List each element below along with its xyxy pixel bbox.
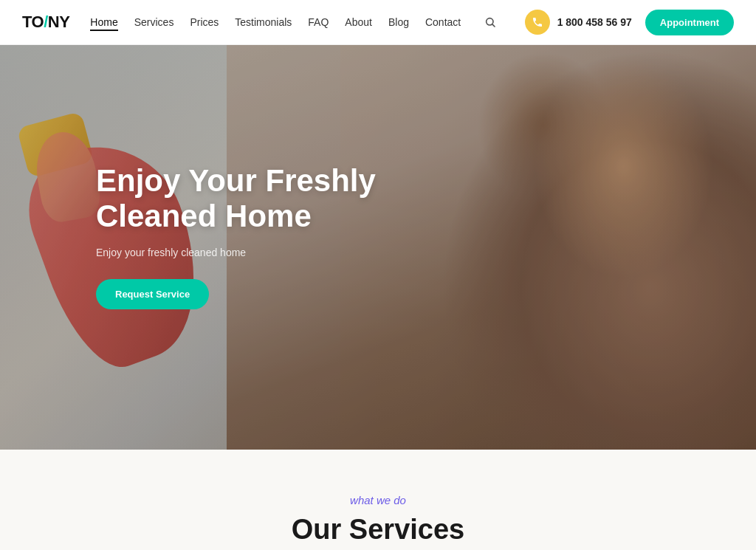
nav-link-services[interactable]: Services — [134, 16, 174, 28]
phone-container: 1 800 458 56 97 — [525, 10, 632, 35]
phone-icon — [525, 10, 550, 35]
navbar: TO/NY Home Services Prices Testimonials … — [0, 0, 756, 45]
search-icon — [484, 16, 496, 28]
navbar-left: TO/NY Home Services Prices Testimonials … — [22, 13, 499, 32]
nav-item-blog[interactable]: Blog — [388, 16, 409, 29]
hero-title: Enjoy Your Freshly Cleaned Home — [96, 163, 406, 235]
navbar-right: 1 800 458 56 97 Appointment — [525, 10, 734, 35]
nav-item-prices[interactable]: Prices — [190, 16, 219, 29]
request-service-button[interactable]: Request Service — [96, 279, 209, 309]
hero-section: Enjoy Your Freshly Cleaned Home Enjoy yo… — [0, 45, 756, 450]
services-section: what we do Our Services — [0, 450, 756, 550]
hero-content: Enjoy Your Freshly Cleaned Home Enjoy yo… — [96, 163, 406, 309]
phone-number: 1 800 458 56 97 — [557, 16, 632, 28]
svg-line-1 — [492, 24, 495, 27]
nav-link-testimonials[interactable]: Testimonials — [235, 16, 292, 28]
nav-item-faq[interactable]: FAQ — [308, 16, 329, 29]
nav-link-contact[interactable]: Contact — [425, 16, 461, 28]
nav-item-contact[interactable]: Contact — [425, 16, 461, 29]
nav-item-about[interactable]: About — [345, 16, 372, 29]
nav-item-home[interactable]: Home — [90, 16, 117, 29]
nav-links: Home Services Prices Testimonials FAQ Ab… — [90, 16, 461, 29]
nav-item-testimonials[interactable]: Testimonials — [235, 16, 292, 29]
appointment-button[interactable]: Appointment — [645, 10, 734, 35]
search-button[interactable] — [481, 13, 499, 31]
nav-link-prices[interactable]: Prices — [190, 16, 219, 28]
nav-link-about[interactable]: About — [345, 16, 372, 28]
logo[interactable]: TO/NY — [22, 13, 69, 32]
nav-link-home[interactable]: Home — [90, 16, 117, 31]
services-title: Our Services — [22, 514, 734, 546]
nav-item-services[interactable]: Services — [134, 16, 174, 29]
nav-link-blog[interactable]: Blog — [388, 16, 409, 28]
hero-subtitle: Enjoy your freshly cleaned home — [96, 247, 406, 258]
nav-link-faq[interactable]: FAQ — [308, 16, 329, 28]
logo-text: TO/NY — [22, 13, 69, 31]
services-subtitle: what we do — [22, 494, 734, 506]
phone-svg-icon — [532, 16, 543, 28]
